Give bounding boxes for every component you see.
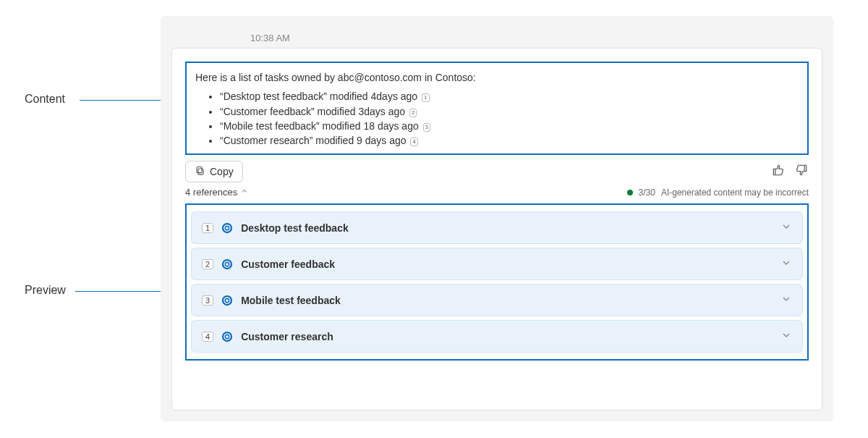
list-item: “Customer feedback” modified 3days ago 2 <box>220 104 799 119</box>
svg-point-8 <box>223 332 231 341</box>
content-task-list: “Desktop test feedback” modified 4days a… <box>195 89 799 148</box>
reference-number: 2 <box>202 259 213 269</box>
thumbs-down-icon[interactable] <box>794 163 809 180</box>
feedback-group <box>771 163 809 180</box>
reference-title: Customer research <box>241 331 333 342</box>
chevron-down-icon <box>780 221 792 235</box>
citation-chip[interactable]: 4 <box>410 138 417 146</box>
citation-chip[interactable]: 1 <box>422 93 429 102</box>
loop-icon <box>221 330 234 343</box>
preview-box: 1 Desktop test feedback 2 Customer feedb… <box>185 203 809 361</box>
reference-title: Mobile test feedback <box>241 295 341 306</box>
reference-item[interactable]: 4 Customer research <box>191 320 803 353</box>
reference-number: 3 <box>202 295 213 306</box>
outer-panel: 10:38 AM Here is a list of tasks owned b… <box>161 16 833 421</box>
reference-item[interactable]: 1 Desktop test feedback <box>191 211 803 244</box>
task-text: “Mobile test feedback” modified 18 days … <box>220 120 419 132</box>
status-dot-icon <box>627 190 633 195</box>
references-toggle-label: 4 references <box>185 187 237 198</box>
callout-preview-label: Preview <box>25 284 66 297</box>
loop-icon <box>221 222 234 235</box>
reference-item[interactable]: 2 Customer feedback <box>191 248 803 280</box>
content-box: Here is a list of tasks owned by abc@con… <box>185 62 809 155</box>
svg-point-6 <box>223 296 231 305</box>
reference-number: 4 <box>202 332 213 342</box>
references-row: 4 references 3/30 AI-generated content m… <box>185 187 809 198</box>
chevron-down-icon <box>780 257 792 271</box>
citation-chip[interactable]: 2 <box>409 109 417 117</box>
loop-icon <box>221 294 234 307</box>
svg-rect-1 <box>197 167 202 173</box>
chevron-down-icon <box>780 329 792 343</box>
reference-number: 1 <box>202 223 213 233</box>
task-text: “Customer research” modified 9 days ago <box>220 135 407 146</box>
content-intro: Here is a list of tasks owned by abc@con… <box>195 70 799 85</box>
reference-item[interactable]: 3 Mobile test feedback <box>191 284 803 316</box>
callout-content-label: Content <box>25 93 65 106</box>
copy-button[interactable]: Copy <box>185 161 243 182</box>
copy-label: Copy <box>210 166 234 177</box>
toolbar: Copy <box>185 161 809 182</box>
citation-chip[interactable]: 3 <box>423 123 430 132</box>
reference-title: Customer feedback <box>241 258 335 270</box>
copy-icon <box>195 165 205 178</box>
chevron-up-icon <box>240 187 249 198</box>
svg-rect-0 <box>198 169 203 174</box>
svg-point-2 <box>223 224 231 232</box>
loop-icon <box>221 258 234 271</box>
ai-disclaimer: AI-generated content may be incorrect <box>661 188 809 198</box>
svg-point-4 <box>223 260 231 269</box>
chevron-down-icon <box>780 293 792 307</box>
status-count: 3/30 <box>639 188 655 198</box>
message-card: 10:38 AM Here is a list of tasks owned b… <box>171 48 822 410</box>
status-right: 3/30 AI-generated content may be incorre… <box>627 188 809 198</box>
task-text: “Customer feedback” modified 3days ago <box>220 106 405 117</box>
svg-point-3 <box>226 226 229 229</box>
list-item: “Mobile test feedback” modified 18 days … <box>220 119 799 133</box>
reference-title: Desktop test feedback <box>241 222 349 234</box>
references-toggle[interactable]: 4 references <box>185 187 249 198</box>
svg-point-7 <box>226 298 229 302</box>
list-item: “Desktop test feedback” modified 4days a… <box>220 89 799 104</box>
svg-point-9 <box>226 334 229 338</box>
thumbs-up-icon[interactable] <box>771 163 786 180</box>
task-text: “Desktop test feedback” modified 4days a… <box>220 90 417 102</box>
list-item: “Customer research” modified 9 days ago … <box>220 133 799 148</box>
timestamp: 10:38 AM <box>250 33 290 43</box>
svg-point-5 <box>226 262 229 266</box>
